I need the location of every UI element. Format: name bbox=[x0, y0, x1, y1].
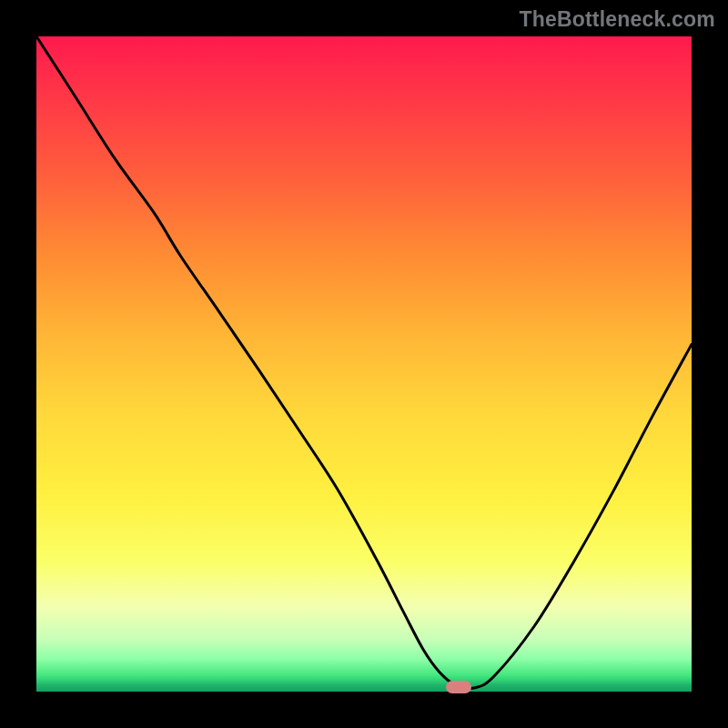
watermark-text: TheBottleneck.com bbox=[519, 7, 715, 32]
chart-frame: TheBottleneck.com bbox=[0, 0, 728, 728]
bottleneck-curve bbox=[36, 36, 692, 692]
optimal-point-marker bbox=[446, 681, 471, 693]
curve-path bbox=[36, 36, 692, 688]
plot-area bbox=[36, 36, 692, 692]
